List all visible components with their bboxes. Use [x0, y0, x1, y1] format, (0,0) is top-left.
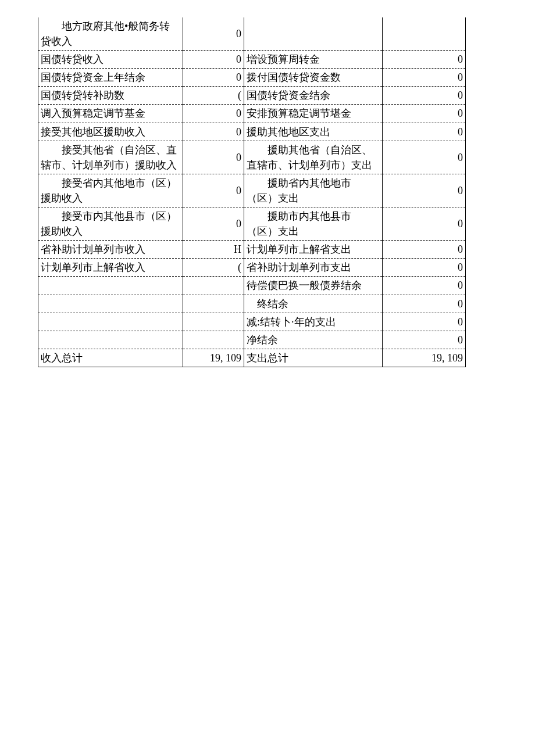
expense-value: 0: [383, 207, 466, 241]
table-row: 接受省内其他地市（区）援助收入0 援助省内其他地市（区）支出0: [38, 174, 466, 207]
table-row: 国债转贷资金上年结余0拨付国债转贷资金数0: [38, 69, 466, 87]
expense-label: 国债转贷资金结余: [244, 87, 383, 105]
expense-total-value: 19, 109: [383, 349, 466, 367]
expense-label: [244, 17, 383, 51]
income-label: 调入预算稳定调节基金: [38, 105, 183, 123]
income-value: [183, 313, 244, 331]
income-label: 国债转贷资金上年结余: [38, 69, 183, 87]
table-row: 待偿债巴换一般债券结余0: [38, 277, 466, 295]
income-value: 0: [183, 207, 244, 241]
expense-value: 0: [383, 241, 466, 259]
expense-value: 0: [383, 123, 466, 141]
income-label: 接受其他地区援助收入: [38, 123, 183, 141]
expense-label: 增设预算周转金: [244, 51, 383, 69]
expense-value: 0: [383, 277, 466, 295]
income-label: [38, 331, 183, 349]
table-row: 减:结转卜·年的支出0: [38, 313, 466, 331]
expense-label: 终结余: [244, 295, 383, 313]
expense-label: 待偿债巴换一般债券结余: [244, 277, 383, 295]
table-row: 地方政府其他•般简务转贷收入0: [38, 17, 466, 51]
expense-value: 0: [383, 141, 466, 174]
expense-label: 援助市内其他县市（区）支出: [244, 207, 383, 241]
expense-value: 0: [383, 105, 466, 123]
expense-label: 援助省内其他地市（区）支出: [244, 174, 383, 207]
expense-label: 援助其他地区支出: [244, 123, 383, 141]
expense-label: 援助其他省（自治区、直辖市、计划单列市）支出: [244, 141, 383, 174]
table-row: 国债转贷转补助数(国债转贷资金结余0: [38, 87, 466, 105]
expense-value: 0: [383, 313, 466, 331]
total-row: 收入总计19, 109支出总计19, 109: [38, 349, 466, 367]
expense-value: 0: [383, 51, 466, 69]
table-row: 计划单列市上解省收入(省补助计划单列市支出0: [38, 259, 466, 277]
income-value: 0: [183, 174, 244, 207]
expense-label: 减:结转卜·年的支出: [244, 313, 383, 331]
income-value: (: [183, 87, 244, 105]
income-value: 0: [183, 105, 244, 123]
expense-value: [383, 17, 466, 51]
income-value: 0: [183, 141, 244, 174]
table-row: 接受市内其他县市（区）援助收入0 援助市内其他县市（区）支出0: [38, 207, 466, 241]
income-label: 国债转贷转补助数: [38, 87, 183, 105]
income-value: [183, 277, 244, 295]
income-value: (: [183, 259, 244, 277]
table-row: 接受其他地区援助收入0援助其他地区支出0: [38, 123, 466, 141]
income-label: 计划单列市上解省收入: [38, 259, 183, 277]
expense-label: 省补助计划单列市支出: [244, 259, 383, 277]
income-label: 接受其他省（自治区、直辖市、计划单列市）援助收入: [38, 141, 183, 174]
expense-value: 0: [383, 87, 466, 105]
income-value: 0: [183, 69, 244, 87]
budget-table: 地方政府其他•般简务转贷收入0国债转贷收入0增设预算周转金0国债转贷资金上年结余…: [38, 17, 466, 367]
income-label: 地方政府其他•般简务转贷收入: [38, 17, 183, 51]
income-total-label: 收入总计: [38, 349, 183, 367]
income-value: 0: [183, 51, 244, 69]
table-row: 省补助计划单列市收入H计划单列市上解省支出0: [38, 241, 466, 259]
income-value: [183, 331, 244, 349]
expense-label: 计划单列市上解省支出: [244, 241, 383, 259]
table-row: 终结余0: [38, 295, 466, 313]
expense-label: 净结余: [244, 331, 383, 349]
expense-label: 拨付国债转贷资金数: [244, 69, 383, 87]
expense-value: 0: [383, 174, 466, 207]
expense-value: 0: [383, 259, 466, 277]
expense-total-label: 支出总计: [244, 349, 383, 367]
expense-label: 安排预算稳定调节堪金: [244, 105, 383, 123]
income-value: [183, 295, 244, 313]
table-row: 调入预算稳定调节基金0安排预算稳定调节堪金0: [38, 105, 466, 123]
income-label: [38, 313, 183, 331]
income-label: 国债转贷收入: [38, 51, 183, 69]
income-label: [38, 295, 183, 313]
expense-value: 0: [383, 331, 466, 349]
income-value: 0: [183, 123, 244, 141]
income-label: [38, 277, 183, 295]
income-label: 接受市内其他县市（区）援助收入: [38, 207, 183, 241]
table-row: 国债转贷收入0增设预算周转金0: [38, 51, 466, 69]
income-value: H: [183, 241, 244, 259]
income-value: 0: [183, 17, 244, 51]
income-total-value: 19, 109: [183, 349, 244, 367]
table-row: 净结余0: [38, 331, 466, 349]
income-label: 接受省内其他地市（区）援助收入: [38, 174, 183, 207]
expense-value: 0: [383, 69, 466, 87]
table-row: 接受其他省（自治区、直辖市、计划单列市）援助收入0 援助其他省（自治区、直辖市、…: [38, 141, 466, 174]
income-label: 省补助计划单列市收入: [38, 241, 183, 259]
expense-value: 0: [383, 295, 466, 313]
